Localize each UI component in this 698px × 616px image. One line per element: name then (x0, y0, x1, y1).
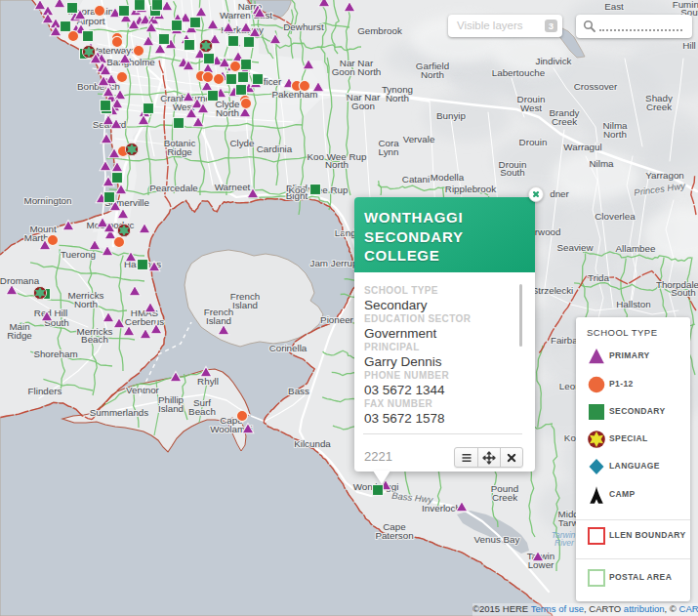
svg-text:Bunyip: Bunyip (436, 110, 467, 121)
svg-text:Beach: Beach (188, 406, 216, 417)
svg-text:Tuerong: Tuerong (61, 249, 96, 260)
svg-text:Creek: Creek (552, 116, 577, 127)
svg-text:Shoreham: Shoreham (33, 349, 77, 359)
svg-text:River: River (554, 538, 575, 548)
svg-text:Creek: Creek (492, 492, 517, 503)
svg-text:Drouin: Drouin (519, 137, 548, 147)
svg-text:Island: Island (232, 300, 258, 310)
svg-text:South: South (500, 167, 525, 178)
svg-text:Jindivick: Jindivick (535, 56, 571, 66)
svg-text:Goon North: Goon North (332, 66, 382, 77)
svg-text:Nilma: Nilma (589, 158, 614, 169)
svg-text:Dewhurst: Dewhurst (283, 21, 324, 32)
svg-text:Rhyll: Rhyll (197, 376, 219, 387)
svg-text:Ventnor: Ventnor (126, 385, 160, 395)
svg-text:Warragul: Warragul (563, 142, 601, 152)
svg-text:Cardinia: Cardinia (257, 144, 293, 154)
svg-text:North: North (421, 69, 444, 80)
svg-text:Warneet: Warneet (215, 182, 251, 192)
svg-text:North: North (325, 159, 349, 170)
svg-text:Trida: Trida (588, 272, 610, 283)
svg-text:Pioneer: Pioneer (320, 314, 354, 325)
svg-text:Mornington: Mornington (23, 195, 71, 206)
svg-text:East: East (604, 1, 624, 12)
svg-text:Crossover: Crossover (574, 81, 618, 92)
svg-text:Vervale: Vervale (403, 134, 435, 144)
svg-text:Gembrook: Gembrook (357, 25, 402, 36)
svg-text:Hallston: Hallston (616, 299, 650, 309)
svg-text:Lynn: Lynn (379, 146, 399, 157)
svg-text:Summerlands: Summerlands (90, 407, 149, 418)
svg-text:Kilcunda: Kilcunda (294, 438, 331, 449)
svg-text:Pearcedale: Pearcedale (149, 183, 198, 193)
svg-text:Paterson: Paterson (375, 530, 413, 541)
svg-text:Cerberus: Cerberus (125, 316, 164, 327)
svg-text:Dromana: Dromana (0, 275, 40, 286)
svg-text:Island: Island (206, 315, 231, 326)
svg-text:North: North (74, 299, 98, 309)
svg-text:Allambee: Allambee (616, 243, 656, 254)
svg-text:Ripplebrook: Ripplebrook (445, 184, 496, 194)
svg-text:Cloverlea: Cloverlea (595, 211, 636, 222)
svg-text:Flinders: Flinders (28, 386, 62, 396)
svg-text:Creek: Creek (646, 102, 672, 112)
svg-text:Ridge: Ridge (167, 146, 192, 157)
svg-text:Strzelecki: Strzelecki (532, 285, 573, 296)
svg-text:Venus Bay: Venus Bay (474, 534, 520, 545)
svg-text:North: North (603, 129, 627, 140)
svg-text:Island: Island (158, 403, 184, 414)
svg-text:Goon: Goon (351, 101, 375, 111)
svg-text:Yarragon: Yarragon (645, 170, 684, 181)
svg-text:Bangholme: Bangholme (106, 57, 155, 67)
svg-text:Corinella: Corinella (269, 343, 308, 353)
svg-text:dner: dner (550, 188, 569, 199)
svg-text:Clyde: Clyde (229, 138, 255, 148)
svg-text:Hill: Hill (682, 40, 696, 51)
svg-text:Catani: Catani (402, 174, 430, 185)
svg-text:Beach: Beach (81, 334, 108, 345)
svg-text:Ridge: Ridge (7, 330, 32, 341)
svg-text:North: North (216, 107, 239, 118)
svg-text:Jam Jerrup: Jam Jerrup (310, 258, 359, 268)
svg-text:Seaview: Seaview (556, 242, 594, 253)
svg-text:Modella: Modella (431, 172, 465, 183)
svg-text:Labertouche: Labertouche (492, 67, 546, 78)
svg-text:West: West (520, 103, 542, 113)
svg-text:North: North (386, 93, 409, 103)
svg-text:Bass: Bass (288, 386, 309, 396)
svg-text:South: South (671, 287, 696, 298)
